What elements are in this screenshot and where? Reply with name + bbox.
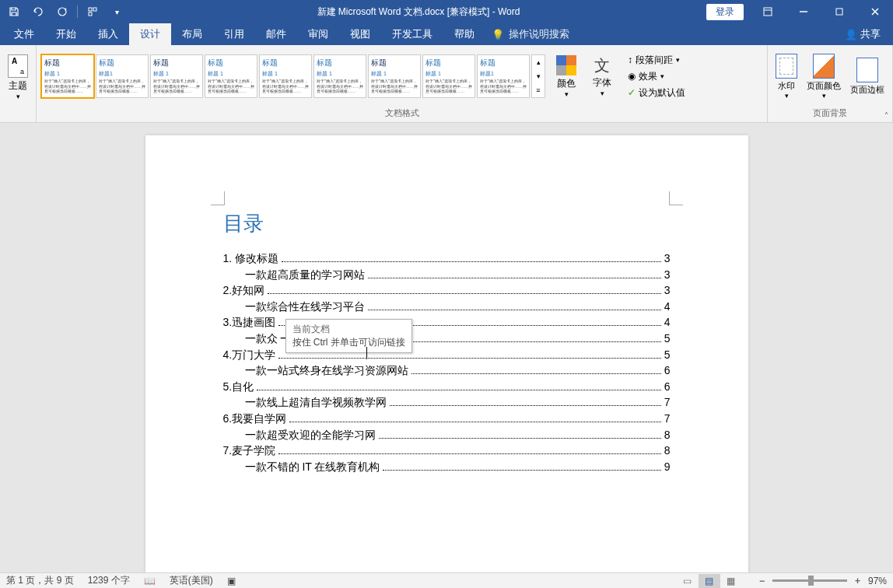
toc-entry-13[interactable]: 一款不错的 IT 在线教育机构9 (223, 460, 671, 475)
document-area[interactable]: 目录 1. 修改标题3一款超高质量的学习网站32.好知网3一款综合性在线学习平台… (0, 123, 893, 572)
document-page[interactable]: 目录 1. 修改标题3一款超高质量的学习网站32.好知网3一款综合性在线学习平台… (145, 135, 748, 572)
set-default-button[interactable]: ✓设为默认值 (626, 86, 687, 100)
zoom-slider[interactable] (772, 579, 847, 582)
tab-layout[interactable]: 布局 (171, 23, 213, 45)
tell-me-search[interactable]: 💡 操作说明搜索 (485, 23, 576, 45)
toc-text: 4.万门大学 (223, 348, 276, 363)
group-label-doc-format: 文档格式 (41, 106, 762, 121)
word-count[interactable]: 1239 个字 (88, 574, 130, 587)
save-button[interactable] (3, 2, 25, 21)
tab-home[interactable]: 开始 (45, 23, 87, 45)
svg-rect-2 (93, 8, 96, 11)
style-set-3[interactable]: 标题标题 1对于"插入"选项卡上的库，在设计时需与文档中……并且可根据当前模板…… (205, 54, 257, 98)
zoom-control: − + 97% (756, 576, 887, 586)
window-title: 新建 Microsoft Word 文档.docx [兼容模式] - Word (131, 5, 706, 19)
toc-text: 一款一站式终身在线学习资源网站 (245, 363, 408, 379)
tab-insert[interactable]: 插入 (87, 23, 129, 45)
toc-page-number: 8 (664, 443, 671, 459)
effects-button[interactable]: ◉效果▾ (626, 69, 687, 84)
zoom-level[interactable]: 97% (868, 576, 887, 586)
toc-entry-8[interactable]: 5.自化6 (223, 380, 671, 395)
toc-page-number: 5 (664, 331, 671, 347)
style-set-0[interactable]: 标题标题 1对于"插入"选项卡上的库，在设计时需与文档中……并且可根据当前模板…… (41, 54, 94, 98)
tab-file[interactable]: 文件 (3, 23, 45, 45)
toc-entry-11[interactable]: 一款超受欢迎的全能学习网8 (223, 428, 671, 443)
colors-button[interactable]: 颜色 ▾ (552, 54, 581, 100)
page-color-button[interactable]: 页面颜色▾ (804, 51, 844, 103)
tab-design[interactable]: 设计 (129, 23, 171, 45)
style-set-7[interactable]: 标题标题 1对于"插入"选项卡上的库，在设计时需与文档中……并且可根据当前模板…… (422, 54, 475, 98)
toc-entry-12[interactable]: 7.麦子学院8 (223, 443, 671, 459)
spell-check-icon[interactable]: 📖 (144, 576, 156, 586)
page-borders-button[interactable]: 页面边框 (847, 54, 888, 99)
toc-page-number: 4 (664, 315, 671, 331)
style-gallery[interactable]: 标题标题 1对于"插入"选项卡上的库，在设计时需与文档中……并且可根据当前模板…… (41, 54, 545, 98)
table-of-contents: 1. 修改标题3一款超高质量的学习网站32.好知网3一款综合性在线学习平台43.… (223, 251, 671, 474)
tab-mailings[interactable]: 邮件 (255, 23, 297, 45)
tab-view[interactable]: 视图 (339, 23, 381, 45)
hyperlink-tooltip: 当前文档 按住 Ctrl 并单击可访问链接 (285, 319, 412, 353)
toc-entry-2[interactable]: 2.好知网3 (223, 283, 671, 299)
language-status[interactable]: 英语(美国) (170, 574, 213, 587)
toc-page-number: 5 (664, 348, 671, 363)
macro-recording-icon[interactable]: ▣ (227, 576, 236, 586)
page-borders-icon (856, 58, 878, 82)
toc-entry-10[interactable]: 6.我要自学网7 (223, 411, 671, 427)
redo-button[interactable] (51, 2, 73, 21)
qat-customize-button[interactable]: ▾ (106, 2, 128, 21)
toc-text: 一款不错的 IT 在线教育机构 (245, 460, 380, 475)
undo-button[interactable] (27, 2, 49, 21)
read-mode-button[interactable]: ▭ (677, 574, 699, 588)
minimize-button[interactable] (786, 0, 821, 23)
page-color-icon (813, 54, 835, 79)
touch-mode-button[interactable] (82, 2, 103, 21)
tab-references[interactable]: 引用 (213, 23, 255, 45)
print-layout-button[interactable]: ▤ (699, 574, 720, 588)
themes-icon (8, 54, 28, 78)
toc-entry-7[interactable]: 一款一站式终身在线学习资源网站6 (223, 363, 671, 379)
themes-button[interactable]: 主题 ▾ (5, 53, 31, 102)
zoom-in-button[interactable]: + (852, 576, 863, 586)
style-set-1[interactable]: 标题标题1对于"插入"选项卡上的库，在设计时需与文档中……并且可根据当前模板…… (96, 54, 149, 98)
tab-developer[interactable]: 开发工具 (381, 23, 443, 45)
ribbon-display-options-button[interactable] (750, 0, 786, 23)
tab-review[interactable]: 审阅 (297, 23, 339, 45)
group-label-page-bg: 页面背景 (772, 106, 888, 121)
style-set-4[interactable]: 标题标题 1对于"插入"选项卡上的库，在设计时需与文档中……并且可根据当前模板…… (259, 54, 312, 98)
paragraph-spacing-button[interactable]: ↕段落间距▾ (626, 53, 687, 68)
svg-rect-7 (836, 9, 842, 15)
zoom-out-button[interactable]: − (756, 576, 768, 586)
web-layout-button[interactable]: ▦ (720, 574, 742, 588)
login-button[interactable]: 登录 (706, 4, 744, 20)
toc-leader (282, 261, 661, 262)
toc-text: 一款超高质量的学习网站 (245, 268, 365, 283)
toc-text: 7.麦子学院 (223, 443, 276, 459)
toc-entry-1[interactable]: 一款超高质量的学习网站3 (223, 268, 671, 283)
quick-access-toolbar: ▾ (0, 2, 131, 21)
toc-entry-3[interactable]: 一款综合性在线学习平台4 (223, 299, 671, 315)
gallery-down[interactable]: ▾ (532, 69, 545, 83)
text-cursor (366, 347, 367, 359)
style-set-2[interactable]: 标题标题 1对于"插入"选项卡上的库，在设计时需与文档中……并且可根据当前模板…… (150, 54, 203, 98)
colors-icon (556, 55, 576, 75)
toc-entry-0[interactable]: 1. 修改标题3 (223, 251, 671, 267)
style-set-8[interactable]: 标题标题1对于"插入"选项卡上的库，在设计时需与文档中……并且可根据当前模板…… (477, 54, 530, 98)
toc-text: 3.迅捷画图 (223, 315, 276, 331)
gallery-up[interactable]: ▴ (532, 55, 545, 69)
toc-text: 一款超受欢迎的全能学习网 (245, 428, 376, 443)
close-button[interactable] (857, 0, 893, 23)
toc-text: 一款综合性在线学习平台 (245, 299, 365, 315)
tab-help[interactable]: 帮助 (443, 23, 485, 45)
ribbon-tabs: 文件 开始 插入 设计 布局 引用 邮件 审阅 视图 开发工具 帮助 💡 操作说… (0, 23, 893, 45)
gallery-expand[interactable]: ≡ (532, 83, 545, 97)
fonts-button[interactable]: 文 字体 ▾ (587, 54, 617, 99)
watermark-button[interactable]: 水印▾ (772, 51, 800, 103)
style-set-6[interactable]: 标题标题 1对于"插入"选项卡上的库，在设计时需与文档中……并且可根据当前模板…… (368, 54, 421, 98)
maximize-button[interactable] (821, 0, 857, 23)
share-button[interactable]: 👤 共享 (835, 23, 890, 45)
style-set-5[interactable]: 标题标题 1对于"插入"选项卡上的库，在设计时需与文档中……并且可根据当前模板…… (313, 54, 366, 98)
toc-page-number: 9 (664, 460, 671, 475)
toc-entry-9[interactable]: 一款线上超清自学视频教学网7 (223, 395, 671, 411)
collapse-ribbon-button[interactable]: ˄ (884, 111, 888, 120)
page-count[interactable]: 第 1 页，共 9 页 (6, 574, 74, 587)
